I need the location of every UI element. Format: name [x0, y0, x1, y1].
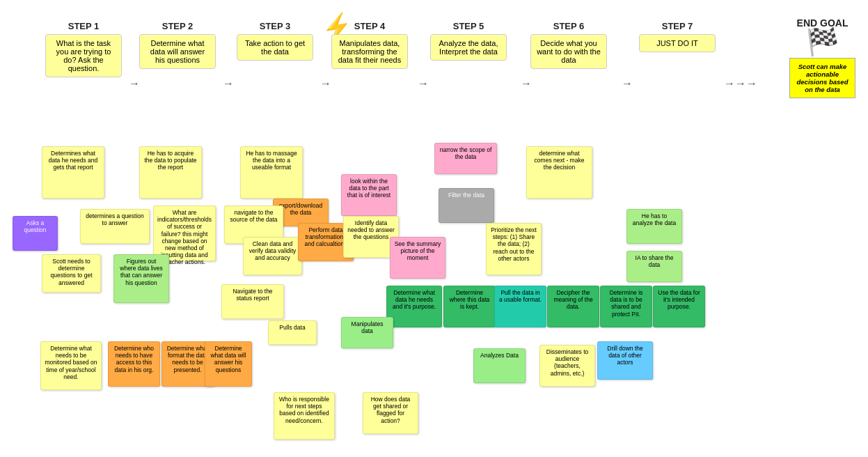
sticky-s10: determines a question to answer: [80, 209, 150, 244]
sticky-s1: Determines what data he needs and gets t…: [42, 146, 104, 199]
sticky-s18: He has to analyze the data: [626, 209, 682, 244]
step-3-label: STEP 3: [260, 21, 291, 31]
sticky-s2: He has to acquire the data to populate t…: [139, 146, 202, 199]
sticky-s23: Decipher the meaning of the data.: [547, 286, 599, 327]
sticky-s22: Pull the data in a usable format.: [494, 286, 546, 327]
flag-icon: 🏁: [806, 29, 839, 55]
sticky-s33: Drill down the data of other actors: [597, 341, 653, 380]
sticky-s16: See the summary picture of the moment: [390, 237, 445, 279]
step-7-box: JUST DO IT: [639, 34, 716, 52]
sticky-s24: Determine is data is to be shared and pr…: [600, 286, 652, 327]
sticky-s4: narrow the scope of the data: [434, 143, 497, 174]
sticky-s34: Determine who needs to have access to th…: [108, 341, 160, 387]
sticky-s25: Use the data for it's intended purpose.: [653, 286, 705, 327]
step-6-label: STEP 6: [553, 21, 585, 31]
sticky-s26: Scott needs to determine questions to ge…: [42, 254, 101, 293]
step-6-box: Decide what you want to do with the data: [530, 34, 607, 69]
arrow-6-7: →: [622, 77, 633, 90]
step-5-label: STEP 5: [453, 21, 484, 31]
sticky-s17: Prioritize the next steps: (1) Share the…: [486, 223, 542, 275]
sticky-s13: Clean data and verify data validity and …: [243, 237, 302, 275]
main-canvas: ⚡ STEP 1 What is the task you are trying…: [0, 0, 868, 457]
step-2-label: STEP 2: [162, 21, 194, 31]
step-1-box: What is the task you are trying to do? A…: [45, 34, 122, 77]
sticky-s28: Navigate to the status report: [221, 284, 284, 319]
sticky-s36: Determine what data will answer his ques…: [205, 341, 252, 387]
sticky-s11: What are indicators/thresholds of succes…: [153, 206, 216, 261]
sticky-s29: Pulls data: [268, 320, 317, 345]
arrow-3-4: →: [320, 77, 331, 90]
step-7-label: STEP 7: [662, 21, 693, 31]
sticky-s21: Determine where this data is kept.: [443, 286, 496, 327]
sticky-s19: IA to share the data: [626, 251, 682, 282]
sticky-s8: Filter the data: [439, 188, 494, 223]
step-1-header: STEP 1 What is the task you are trying t…: [45, 21, 122, 77]
arrow-4-5: →: [418, 77, 429, 90]
sticky-s9: Asks a question: [13, 216, 58, 251]
arrow-5-6: →: [521, 77, 532, 90]
end-goal: END GOAL 🏁 Scott can make actionable dec…: [789, 17, 855, 98]
step-5-box: Analyze the data, Interpret the data: [430, 34, 507, 61]
sticky-s30: Manipulates data: [341, 317, 393, 348]
sticky-s7: look within the data to the part that is…: [341, 174, 397, 216]
step-5-header: STEP 5 Analyze the data, Interpret the d…: [430, 21, 507, 61]
end-goal-description: Scott can make actionable decisions base…: [789, 58, 855, 98]
step-3-box: Take action to get the data: [237, 34, 313, 61]
sticky-s38: Who is responsible for next steps based …: [274, 392, 335, 440]
step-3-header: STEP 3 Take action to get the data: [237, 21, 313, 61]
step-2-header: STEP 2 Determine what data will answer h…: [139, 21, 216, 69]
sticky-s5: determine what comes next - make the dec…: [526, 146, 592, 199]
step-1-label: STEP 1: [68, 21, 100, 31]
step-4-label: STEP 4: [354, 21, 386, 31]
sticky-s20: Determine what data he needs and it's pu…: [386, 286, 442, 327]
step-4-box: Manipulates data, transforming the data …: [331, 34, 408, 69]
sticky-s31: Analyzes Data: [473, 348, 526, 383]
sticky-s27: Figures out where data lives that can an…: [113, 254, 169, 303]
step-2-box: Determine what data will answer his ques…: [139, 34, 216, 69]
sticky-s32: Disseminates to audience (teachers, admi…: [539, 345, 595, 387]
sticky-s39: How does data get shared or flagged for …: [363, 392, 418, 434]
arrow-7-end: →→→: [724, 77, 757, 90]
step-7-header: STEP 7 JUST DO IT: [639, 21, 716, 52]
arrow-1-2: →: [129, 77, 140, 90]
arrow-2-3: →: [223, 77, 234, 90]
sticky-s3: He has to massage the data into a useabl…: [240, 146, 303, 199]
sticky-s37: Determine what needs to be monitored bas…: [40, 341, 102, 390]
step-4-header: STEP 4 Manipulates data, transforming th…: [331, 21, 408, 69]
step-6-header: STEP 6 Decide what you want to do with t…: [530, 21, 607, 69]
